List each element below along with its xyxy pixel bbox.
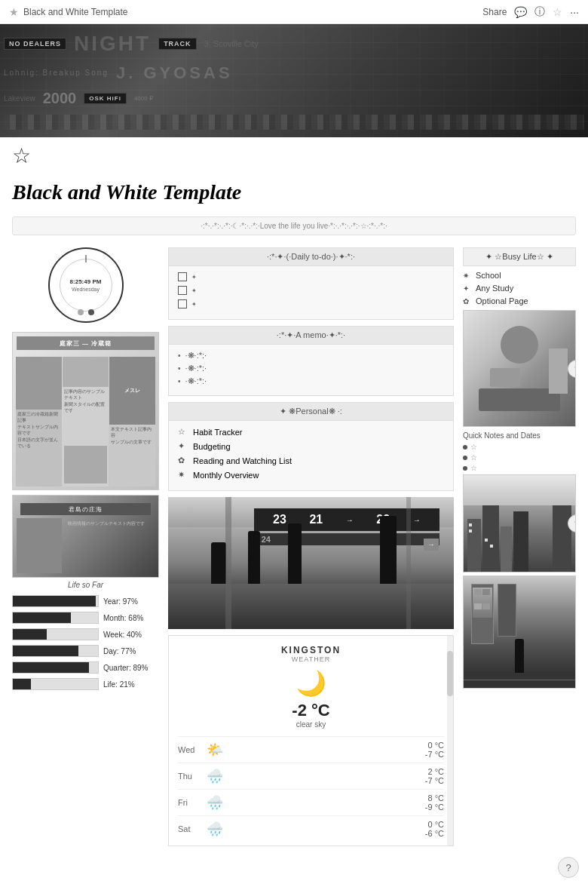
weather-content: KINGSTON WEATHER 🌙 -2 °C clear sky Wed 🌤…: [169, 636, 453, 846]
progress-item: Life: 21%: [12, 678, 159, 690]
memo-item-1: • ·❋·:*:·: [178, 351, 444, 361]
quick-note-2: ☆: [463, 453, 576, 462]
help-button-fixed[interactable]: ?: [558, 857, 579, 878]
reading-label: Reading and Watching List: [193, 456, 292, 465]
comment-icon[interactable]: 💬: [514, 6, 527, 18]
page-star-icon: ☆: [12, 144, 31, 167]
weather-temps-fri: 8 °C -9 °C: [425, 793, 444, 812]
budget-icon: ✦: [178, 441, 188, 451]
memo-item-3: • ·❋·:*:·: [178, 376, 444, 386]
more-menu-icon[interactable]: ···: [570, 6, 579, 18]
weather-day-sat: Sat: [178, 824, 201, 833]
daily-todo-content: ✦ ✦ ✦: [169, 266, 453, 319]
progress-label: Day: 77%: [103, 647, 136, 655]
qn-star-2: ☆: [470, 453, 477, 462]
progress-item: Week: 40%: [12, 628, 159, 640]
quick-notes-label: Quick Notes and Dates: [463, 431, 576, 440]
personal-item-monthly[interactable]: ✷ Monthly Overview: [178, 470, 444, 480]
main-content: 8:25:49 PM Wednesday 庭家三 — 冷蔵箱 庭家三の冷蔵箱新聞…: [0, 247, 588, 861]
busy-item-school[interactable]: ✷ School: [463, 271, 576, 280]
top-bar-right: Share 💬 ⓘ ☆ ···: [482, 5, 579, 19]
progress-bar-fill: [13, 612, 71, 623]
todo-item-1[interactable]: ✦: [178, 272, 444, 281]
info-icon[interactable]: ⓘ: [534, 5, 545, 19]
progress-label: Life: 21%: [103, 680, 135, 689]
todo-item-3[interactable]: ✦: [178, 299, 444, 308]
weather-day-fri: Fri: [178, 798, 201, 807]
page-title: Black and White Template: [0, 174, 588, 216]
station-image: 23 21 → 22 → 24: [168, 497, 454, 629]
page-star-section: ☆: [0, 137, 588, 174]
progress-item: Year: 97%: [12, 595, 159, 607]
weather-day-thu: Thu: [178, 772, 201, 781]
weather-icon-sat: 🌧️: [207, 821, 223, 837]
progress-label: Week: 40%: [103, 631, 142, 639]
weather-main-icon: 🌙: [178, 663, 444, 701]
progress-bar-fill: [13, 679, 31, 689]
qn-star-1: ☆: [470, 443, 477, 451]
progress-bar-bg: [12, 595, 99, 607]
school-icon: ✷: [463, 272, 472, 280]
progress-bar-bg: [12, 628, 99, 640]
page-favicon-icon: ★: [9, 6, 19, 18]
right-column: ✦ ☆Busy Life☆ ✦ ✷ School ✦ Any Study ✿ O…: [463, 247, 576, 846]
clock-face: 8:25:49 PM Wednesday: [48, 247, 124, 323]
favorite-icon[interactable]: ☆: [553, 6, 562, 18]
clock-day: Wednesday: [72, 287, 100, 292]
todo-checkbox-1[interactable]: [178, 272, 187, 281]
memo-text-1: ·❋·:*:·: [185, 351, 207, 361]
habit-label: Habit Tracker: [193, 428, 242, 437]
todo-checkbox-3[interactable]: [178, 299, 187, 308]
right-image-2: ?: [463, 474, 576, 572]
todo-item-2[interactable]: ✦: [178, 286, 444, 295]
memo-text-3: ·❋·:*:·: [185, 376, 207, 386]
reading-icon: ✿: [178, 456, 188, 465]
todo-dot-2: ✦: [191, 287, 197, 294]
personal-item-budget[interactable]: ✦ Budgeting: [178, 441, 444, 451]
progress-label: Quarter: 89%: [103, 664, 148, 672]
school-label: School: [476, 271, 501, 280]
todo-dot-1: ✦: [191, 274, 197, 281]
monthly-label: Monthly Overview: [193, 471, 259, 480]
weather-temps-sat: 0 °C -6 °C: [425, 820, 444, 838]
busy-item-optional[interactable]: ✿ Optional Page: [463, 296, 576, 305]
newspaper-image-2: 君島の庄海 映画情報のサンプルテキスト内容です: [12, 495, 159, 578]
top-bar-left: ★ Black and White Template: [9, 6, 128, 18]
weather-scrollbar-thumb[interactable]: [447, 651, 453, 696]
progress-bar-fill: [13, 629, 47, 640]
progress-item: Day: 77%: [12, 645, 159, 657]
page-tab-title: Black and White Template: [23, 7, 128, 17]
right-image-3: [463, 575, 576, 689]
progress-bar-bg: [12, 645, 99, 657]
weather-label: WEATHER: [178, 655, 444, 663]
memo-item-2: • ·❋·:*:·: [178, 364, 444, 373]
quick-note-3: ☆: [463, 464, 576, 472]
memo-header: ·:*·✦·A memo·✦·*:·: [169, 327, 453, 345]
memo-text-2: ·❋·:*:·: [185, 364, 207, 373]
todo-dot-3: ✦: [191, 301, 197, 308]
todo-checkbox-2[interactable]: [178, 286, 187, 295]
qn-bullet-2: [463, 456, 467, 460]
progress-label: Month: 68%: [103, 614, 143, 622]
habit-icon: ☆: [178, 427, 188, 437]
progress-item: Quarter: 89%: [12, 661, 159, 674]
progress-bar-bg: [12, 612, 99, 624]
weather-desc: clear sky: [178, 720, 444, 729]
top-bar: ★ Black and White Template Share 💬 ⓘ ☆ ·…: [0, 0, 588, 24]
personal-item-habit[interactable]: ☆ Habit Tracker: [178, 427, 444, 437]
personal-content: ☆ Habit Tracker ✦ Budgeting ✿ Reading an…: [169, 421, 453, 490]
weather-scrollbar[interactable]: [447, 636, 453, 846]
share-button[interactable]: Share: [482, 7, 507, 17]
budget-label: Budgeting: [193, 442, 231, 451]
hero-strips: NO DEALERS NIGHT TRACK 3. Scoville City …: [0, 24, 588, 137]
life-caption: Life so Far: [12, 581, 159, 589]
busy-life-header: ✦ ☆Busy Life☆ ✦: [463, 247, 576, 266]
busy-item-study[interactable]: ✦ Any Study: [463, 284, 576, 293]
middle-column: ·:*·✦·(·Daily to-do·)·✦·*:· ✦ ✦ ✦ ·:*·✦·…: [168, 247, 454, 846]
personal-section: ✦ ❋Personal❋ ·: ☆ Habit Tracker ✦ Budget…: [168, 402, 454, 491]
weather-city: KINGSTON: [178, 645, 444, 655]
progress-section: Year: 97% Month: 68% Week: 40% Day: 77% …: [12, 595, 159, 690]
weather-main-temp: -2 °C: [178, 701, 444, 720]
weather-icon-wed: 🌤️: [207, 741, 223, 758]
personal-item-reading[interactable]: ✿ Reading and Watching List: [178, 456, 444, 465]
